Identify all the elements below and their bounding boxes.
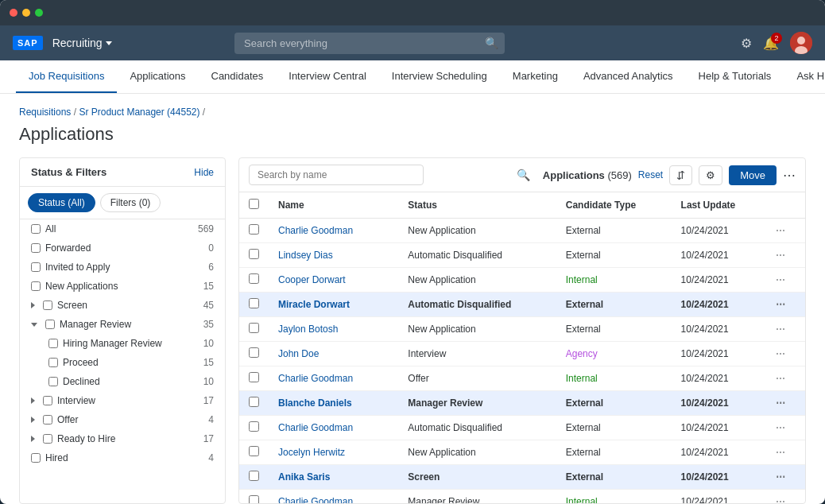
filter-forwarded-checkbox[interactable] [31, 243, 41, 253]
row-checkbox[interactable] [249, 298, 259, 308]
row-checkbox[interactable] [249, 471, 259, 481]
nav-job-requisitions[interactable]: Job Requisitions [16, 60, 117, 93]
notifications-icon[interactable]: 🔔 2 [763, 36, 779, 51]
nav-ask-hr[interactable]: Ask HR [784, 60, 825, 93]
candidate-name-link[interactable]: Charlie Goodman [278, 496, 353, 503]
nav-candidates[interactable]: Candidates [199, 60, 277, 93]
row-more-button[interactable]: ⋯ [776, 447, 787, 458]
candidate-name-link[interactable]: Cooper Dorwart [278, 274, 346, 285]
nav-marketing[interactable]: Marketing [500, 60, 571, 93]
filter-proceed-checkbox[interactable] [48, 358, 58, 367]
row-more-button[interactable]: ⋯ [776, 496, 787, 503]
row-actions-cell: ⋯ [766, 293, 805, 317]
table-toolbar: 🔍 Applications (569) Reset ⇵ ⚙ Move ⋯ [239, 158, 805, 192]
candidate-name-link[interactable]: Charlie Goodman [278, 422, 353, 433]
row-checkbox[interactable] [249, 446, 259, 456]
nav-help-tutorials[interactable]: Help & Tutorials [686, 60, 784, 93]
filter-offer-checkbox[interactable] [43, 415, 52, 425]
candidate-name-link[interactable]: Miracle Dorwart [278, 299, 350, 310]
row-more-button[interactable]: ⋯ [776, 250, 787, 261]
nav-interview-central[interactable]: Interview Central [276, 60, 379, 93]
content-area: Requisitions / Sr Product Manager (44552… [0, 94, 825, 504]
row-more-button[interactable]: ⋯ [776, 225, 787, 236]
nav-applications[interactable]: Applications [117, 60, 198, 93]
row-checkbox[interactable] [249, 421, 259, 432]
breadcrumb-requisitions[interactable]: Requisitions [19, 107, 71, 118]
row-checkbox[interactable] [249, 323, 259, 333]
row-more-button[interactable]: ⋯ [776, 373, 787, 384]
filter-manager-review-checkbox[interactable] [45, 320, 55, 329]
filter-ready-checkbox[interactable] [43, 434, 52, 444]
filter-declined[interactable]: Declined 10 [20, 372, 225, 391]
row-name-cell: Blanche Daniels [269, 391, 398, 416]
row-more-button[interactable]: ⋯ [776, 422, 787, 433]
candidate-name-link[interactable]: Anika Saris [278, 471, 330, 483]
row-checkbox[interactable] [249, 347, 259, 358]
status-all-button[interactable]: Status (All) [28, 193, 95, 212]
sort-icon-button[interactable]: ⇵ [669, 165, 692, 185]
avatar[interactable] [790, 32, 812, 54]
nav-interview-scheduling[interactable]: Interview Scheduling [379, 60, 500, 93]
filter-invited-to-apply[interactable]: Invited to Apply 6 [20, 258, 225, 277]
candidate-name-link[interactable]: John Doe [278, 348, 319, 359]
filter-forwarded[interactable]: Forwarded 0 [20, 238, 225, 258]
hide-filters-button[interactable]: Hide [194, 167, 214, 178]
filter-interview[interactable]: Interview 17 [20, 391, 225, 410]
nav-menu: Job Requisitions Applications Candidates… [0, 60, 825, 94]
nav-advanced-analytics[interactable]: Advanced Analytics [571, 60, 686, 93]
candidate-name-link[interactable]: Charlie Goodman [278, 373, 353, 384]
more-options-button[interactable]: ⋯ [783, 168, 796, 183]
row-checkbox[interactable] [249, 372, 259, 382]
filter-screen[interactable]: Screen 45 [20, 296, 225, 315]
filter-all-checkbox[interactable] [31, 224, 41, 234]
filter-interview-checkbox[interactable] [43, 396, 52, 405]
candidate-name-link[interactable]: Lindsey Dias [278, 250, 333, 261]
candidate-name-link[interactable]: Jocelyn Herwitz [278, 447, 345, 458]
filter-manager-review[interactable]: Manager Review 35 [20, 315, 225, 334]
row-candidate-type-cell: Internal [556, 268, 672, 293]
filters-button[interactable]: Filters (0) [100, 193, 161, 212]
row-more-button[interactable]: ⋯ [776, 397, 787, 409]
filter-hired-checkbox[interactable] [31, 453, 41, 463]
row-checkbox[interactable] [249, 495, 259, 503]
candidate-name-link[interactable]: Charlie Goodman [278, 225, 353, 236]
filter-ready-to-hire[interactable]: Ready to Hire 17 [20, 429, 225, 448]
row-more-button[interactable]: ⋯ [776, 348, 787, 359]
row-more-button[interactable]: ⋯ [776, 299, 787, 310]
row-checkbox[interactable] [249, 273, 259, 284]
reset-button[interactable]: Reset [638, 169, 663, 180]
settings-icon[interactable]: ⚙ [741, 36, 752, 51]
candidate-name-link[interactable]: Blanche Daniels [278, 397, 352, 409]
row-checkbox[interactable] [249, 397, 259, 407]
close-button[interactable] [10, 9, 17, 17]
filter-offer[interactable]: Offer 4 [20, 410, 225, 429]
filter-hiring-manager-review[interactable]: Hiring Manager Review 10 [20, 334, 225, 353]
row-more-button[interactable]: ⋯ [776, 324, 787, 335]
filter-proceed[interactable]: Proceed 15 [20, 353, 225, 372]
move-button[interactable]: Move [729, 165, 777, 185]
filter-hiring-mgr-checkbox[interactable] [48, 339, 58, 348]
row-checkbox[interactable] [249, 224, 259, 235]
filter-invited-checkbox[interactable] [31, 262, 41, 272]
filter-all[interactable]: All 569 [20, 219, 225, 238]
filter-screen-checkbox[interactable] [43, 300, 52, 310]
row-name-cell: Charlie Goodman [269, 416, 398, 440]
row-checkbox[interactable] [249, 249, 259, 259]
settings-icon-button[interactable]: ⚙ [699, 165, 722, 185]
select-all-checkbox[interactable] [249, 199, 259, 209]
table-search-input[interactable] [249, 165, 424, 185]
filter-new-apps-checkbox[interactable] [31, 281, 41, 291]
filter-new-applications[interactable]: New Applications 15 [20, 277, 225, 296]
filter-declined-checkbox[interactable] [48, 377, 58, 386]
candidate-name-link[interactable]: Jaylon Botosh [278, 324, 338, 335]
row-more-button[interactable]: ⋯ [776, 274, 787, 285]
maximize-button[interactable] [35, 9, 43, 17]
filter-hired[interactable]: Hired 4 [20, 448, 225, 467]
filter-forwarded-label: Forwarded [45, 242, 91, 254]
minimize-button[interactable] [22, 9, 30, 17]
row-status-cell: New Application [398, 317, 556, 342]
breadcrumb-sr-product-manager[interactable]: Sr Product Manager (44552) [79, 107, 199, 118]
search-input[interactable] [234, 33, 505, 54]
row-more-button[interactable]: ⋯ [776, 471, 787, 483]
app-name[interactable]: Recruiting [52, 37, 112, 49]
